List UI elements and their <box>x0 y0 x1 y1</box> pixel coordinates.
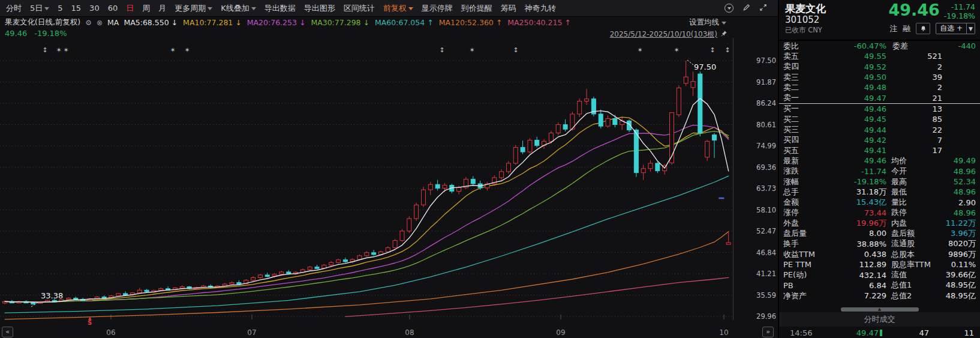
toolbar-item-18[interactable]: 神奇九转 <box>525 3 556 14</box>
alert-bell-button[interactable] <box>916 23 930 34</box>
scroll-left-button[interactable]: « <box>2 327 13 337</box>
event-star-icon: ✶ <box>184 47 190 54</box>
price-tick-63.73: 63.73 <box>734 184 776 193</box>
price-tick-35.59: 35.59 <box>734 291 776 300</box>
book-row-买一[interactable]: 买一49.4613 <box>779 104 980 114</box>
last-price-block: 49.46 -11.74 -19.18% <box>888 1 975 20</box>
ma-settings-button[interactable]: 设置均线 <box>689 17 726 28</box>
toolbar-item-10[interactable]: K线叠加 <box>221 3 256 14</box>
draw-icon[interactable] <box>742 2 750 14</box>
month-tick-08: 08 <box>405 328 414 337</box>
trading-app: 分时5日5153060日周月更多周期K线叠加导出数据导出图形区间统计前复权显示停… <box>0 0 980 338</box>
toolbar-item-13[interactable]: 区间统计 <box>344 3 375 14</box>
stat-row-金额: 金额15.43亿量比2.90 <box>779 197 980 207</box>
toolbar-item-15[interactable]: 显示停牌 <box>422 3 453 14</box>
month-tick-09: 09 <box>556 328 565 337</box>
event-star-icon: ✶ <box>674 47 679 54</box>
chart-title: 果麦文化(日线,前复权) <box>5 17 80 28</box>
quote-header: 果麦文化 301052 已收市 CNY 49.46 -11.74 -19.18%… <box>779 0 980 41</box>
toolbar-item-0[interactable]: 分时 <box>6 3 22 14</box>
ma-legend-3: MA30:77.298 ↓ <box>311 18 369 27</box>
stat-row-PE TTM: PE TTM112.89股息率TTM0.11% <box>779 259 980 270</box>
toolbar-item-8[interactable]: 月 <box>158 3 166 14</box>
clock-history-icon[interactable] <box>725 4 734 13</box>
price-tick-86.24: 86.24 <box>734 99 776 107</box>
gear-icon[interactable]: ⚙ <box>85 19 92 26</box>
toolbar-item-5[interactable]: 60 <box>108 4 118 13</box>
bell-icon <box>920 23 927 34</box>
price-tick-69.36: 69.36 <box>734 163 776 172</box>
panel-splitter[interactable]: ▲ <box>779 306 980 312</box>
stat-row-外盘: 外盘19.96万内盘11.22万 <box>779 218 980 228</box>
ma-legend-1: MA10:77.281 ↓ <box>183 18 242 27</box>
updown-marker-icon: ↕ <box>42 47 47 54</box>
stat-row-换手: 换手38.88%流通股8020万 <box>779 239 980 249</box>
price-tick-41.21: 41.21 <box>734 270 776 278</box>
updown-marker-icon: ↕ <box>513 47 518 54</box>
toolbar-item-3[interactable]: 15 <box>71 4 82 13</box>
ticker-row: 14:5649.474711 <box>779 327 980 338</box>
add-watchlist-button[interactable]: 自选 + ▼ <box>936 23 975 34</box>
toolbar-item-2[interactable]: 5 <box>58 4 62 13</box>
tag-margin[interactable]: 融 <box>903 23 910 34</box>
candlestick-chart[interactable]: 49.46-19.18% 2025/5/12-2025/10/10(103根) … <box>0 28 778 338</box>
high-annotation: 97.50 <box>694 62 716 71</box>
quote-actions: 注 融 自选 + ▼ <box>889 23 975 34</box>
corner-price-stat: 49.46-19.18% <box>5 29 67 38</box>
chevron-down-icon <box>44 7 49 10</box>
stats-grid: 最新49.46均价49.49涨跌-11.74今开48.96涨幅-19.18%最高… <box>779 155 980 301</box>
low-annotation: 33.38 <box>41 291 63 300</box>
toolbar-item-17[interactable]: 筹码 <box>501 3 516 14</box>
event-star-icon: ✶ <box>637 47 642 54</box>
period-toolbar: 分时5日5153060日周月更多周期K线叠加导出数据导出图形区间统计前复权显示停… <box>0 0 778 17</box>
stat-row-涨停: 涨停73.44跌停48.96 <box>779 208 980 218</box>
toolbar-item-7[interactable]: 周 <box>142 3 150 14</box>
month-tick-07: 07 <box>247 328 256 337</box>
stat-row-盘后量: 盘后量8.00盘后额3.96万 <box>779 228 980 238</box>
order-book: 委比-60.47%委差-440卖五49.55521卖四49.522卖三49.50… <box>779 41 980 155</box>
ma-legend-0: MA5:68.550 ↓ <box>124 18 178 27</box>
book-row-买五[interactable]: 买五49.4117 <box>779 145 980 155</box>
price-change: -11.74 <box>944 2 975 11</box>
last-price: 49.46 <box>888 1 939 19</box>
ma-legend-2: MA20:76.253 ↓ <box>247 18 306 27</box>
toolbar-item-14[interactable]: 前复权 <box>383 3 413 14</box>
book-row-卖四[interactable]: 卖四49.522 <box>779 62 980 72</box>
scroll-right-button[interactable]: » <box>762 327 774 337</box>
toolbar-item-1[interactable]: 5日 <box>30 3 49 14</box>
toolbar-item-4[interactable]: 30 <box>89 4 100 13</box>
stat-row-净资产: 净资产7.229总值248.95亿 <box>779 291 980 301</box>
price-tick-52.47: 52.47 <box>734 227 776 235</box>
event-star-icon: ✶ <box>56 47 61 54</box>
book-row-买四[interactable]: 买四49.427 <box>779 135 980 145</box>
watchlist-dropdown[interactable]: ▼ <box>966 23 975 34</box>
book-row-卖五[interactable]: 卖五49.55521 <box>779 51 980 61</box>
toolbar-item-16[interactable]: 到价提醒 <box>461 3 492 14</box>
book-row-卖一[interactable]: 卖一49.4721 <box>779 92 980 103</box>
fullscreen-icon[interactable] <box>759 2 767 14</box>
event-star-icon: ✶ <box>469 47 474 54</box>
book-row-卖三[interactable]: 卖三49.5039 <box>779 72 980 82</box>
chart-column: 分时5日5153060日周月更多周期K线叠加导出数据导出图形区间统计前复权显示停… <box>0 0 779 338</box>
book-row-买二[interactable]: 买二49.4585 <box>779 114 980 124</box>
toolbar-item-11[interactable]: 导出数据 <box>264 3 296 14</box>
price-change-pct: -19.18% <box>944 11 975 20</box>
month-tick-10: 10 <box>719 328 728 337</box>
chevron-down-icon <box>408 7 413 10</box>
chart-plot[interactable] <box>0 38 734 320</box>
chevron-down-icon <box>251 7 256 10</box>
price-tick-74.99: 74.99 <box>734 142 776 150</box>
book-row-买三[interactable]: 买三49.4422 <box>779 124 980 134</box>
stat-row-收益TTM: 收益TTM0.438总股本9896万 <box>779 249 980 259</box>
chevron-down-icon <box>208 7 212 10</box>
updown-marker-icon: ↕ <box>725 47 730 54</box>
toolbar-item-12[interactable]: 导出图形 <box>304 3 335 14</box>
tag-note[interactable]: 注 <box>889 23 897 34</box>
updown-marker-icon: ↕ <box>439 47 444 54</box>
quote-panel: 果麦文化 301052 已收市 CNY 49.46 -11.74 -19.18%… <box>779 0 980 338</box>
close-icon[interactable]: ⊗ <box>97 19 103 26</box>
toolbar-item-9[interactable]: 更多周期 <box>175 3 212 14</box>
toolbar-item-6[interactable]: 日 <box>126 3 134 14</box>
book-row-卖二[interactable]: 卖二49.482 <box>779 82 980 92</box>
price-tick-46.84: 46.84 <box>734 249 776 257</box>
